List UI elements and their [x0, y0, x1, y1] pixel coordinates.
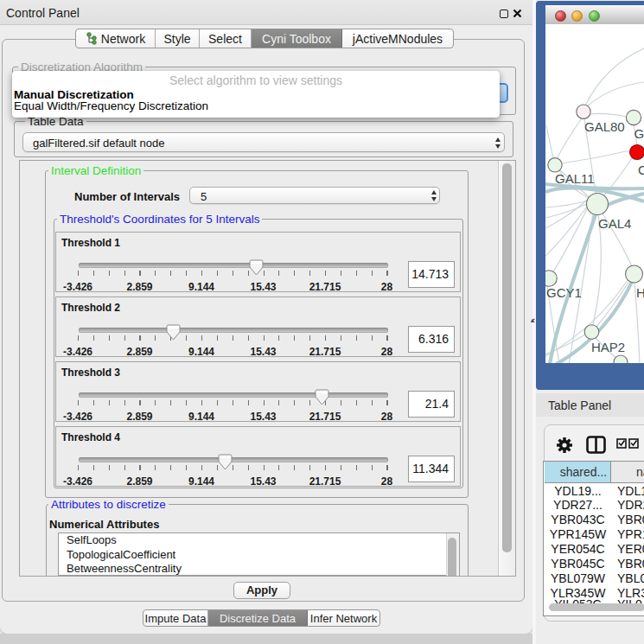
svg-text:GAL11: GAL11: [555, 171, 595, 186]
svg-text:CR: CR: [638, 163, 644, 177]
svg-text:HAP2: HAP2: [591, 340, 625, 354]
svg-text:GA: GA: [634, 126, 644, 141]
svg-text:GAL4: GAL4: [598, 216, 631, 231]
svg-text:GCY1: GCY1: [546, 285, 582, 300]
svg-text:HIS: HIS: [636, 285, 644, 300]
svg-text:GAL80: GAL80: [584, 119, 625, 134]
